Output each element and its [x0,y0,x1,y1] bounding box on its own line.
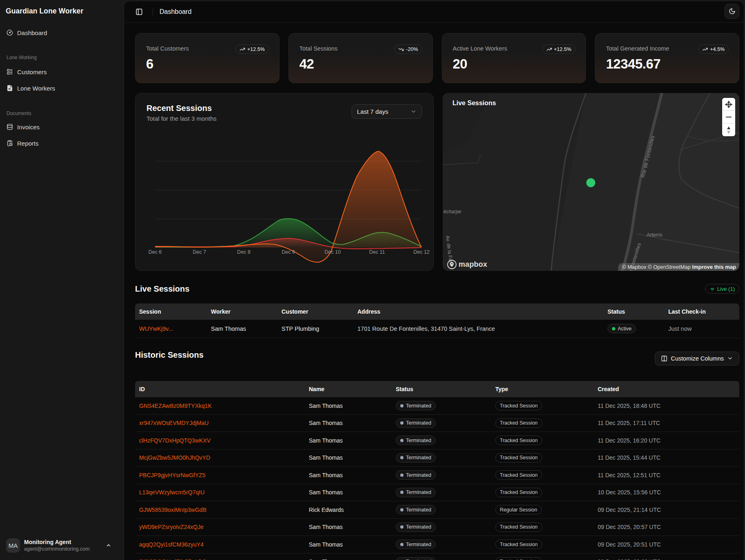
svg-text:Dec 10: Dec 10 [324,249,341,255]
svg-text:Arterris: Arterris [647,232,663,238]
svg-text:Dec 9: Dec 9 [282,249,295,255]
svg-text:Dec 11: Dec 11 [369,249,385,255]
svg-text:Dec 7: Dec 7 [193,249,206,255]
svg-text:w: w [8,87,11,90]
svg-text:Dec 8: Dec 8 [237,249,251,255]
svg-text:écharpe: écharpe [443,209,461,215]
svg-text:Dec 6: Dec 6 [149,249,162,255]
svg-text:Dec 12: Dec 12 [413,249,430,255]
